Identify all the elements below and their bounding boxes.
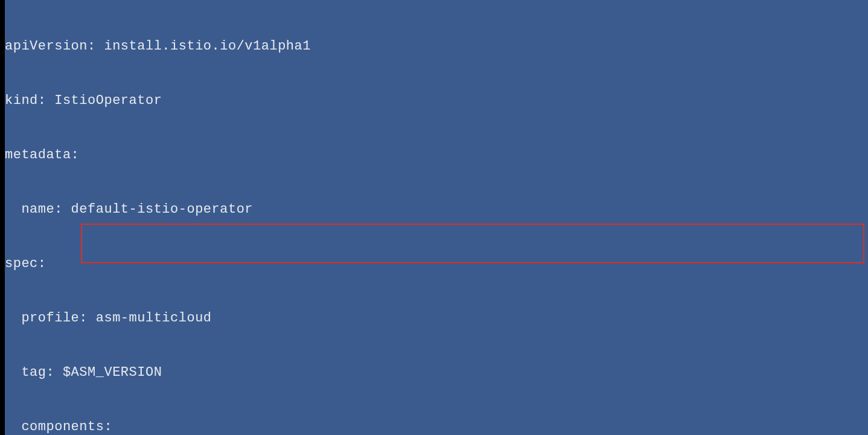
code-line: metadata: bbox=[5, 146, 868, 164]
code-line: apiVersion: install.istio.io/v1alpha1 bbox=[5, 37, 868, 56]
yaml-code-block: apiVersion: install.istio.io/v1alpha1 ki… bbox=[5, 0, 868, 435]
code-line: components: bbox=[5, 418, 868, 435]
code-line: profile: asm-multicloud bbox=[5, 309, 868, 327]
code-container: apiVersion: install.istio.io/v1alpha1 ki… bbox=[5, 0, 868, 435]
code-line: name: default-istio-operator bbox=[5, 201, 868, 219]
code-line: tag: $ASM_VERSION bbox=[5, 364, 868, 382]
code-line: spec: bbox=[5, 255, 868, 273]
code-line: kind: IstioOperator bbox=[5, 92, 868, 110]
